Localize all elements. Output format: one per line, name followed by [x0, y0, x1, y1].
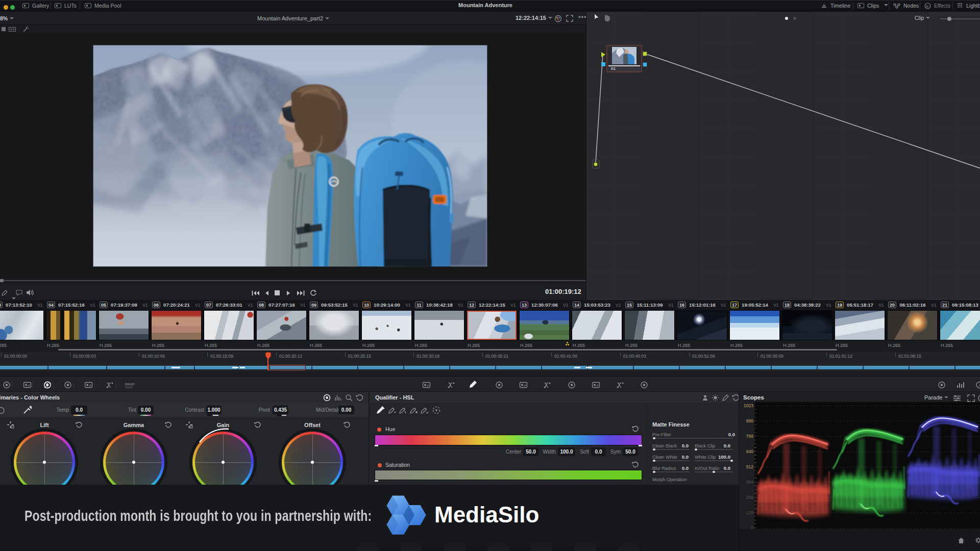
svg-text:fx: fx [926, 4, 929, 8]
svg-text:VISION: VISION [125, 386, 133, 388]
svg-text:i: i [979, 383, 980, 388]
svg-text:DOLBY: DOLBY [125, 383, 135, 386]
